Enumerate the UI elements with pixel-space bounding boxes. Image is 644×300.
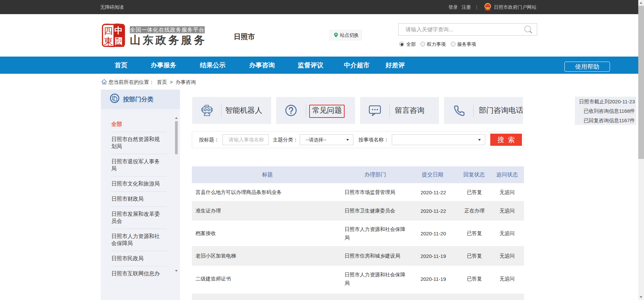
svg-text:國: 國 — [115, 36, 123, 45]
svg-text:東: 東 — [104, 36, 113, 46]
svg-text:四: 四 — [104, 26, 113, 36]
svg-text:中: 中 — [114, 26, 123, 35]
